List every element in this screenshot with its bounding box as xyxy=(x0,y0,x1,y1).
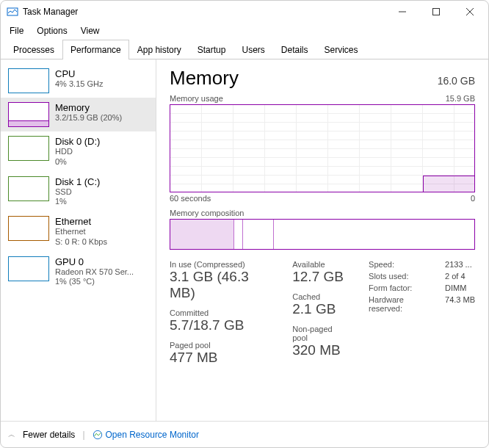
stat-cached-label: Cached xyxy=(292,292,348,301)
performance-sidebar: CPU4% 3.15 GHz Memory3.2/15.9 GB (20%) D… xyxy=(1,59,156,421)
stat-inuse-label: In use (Compressed) xyxy=(170,260,275,269)
stat-paged-value: 477 MB xyxy=(170,350,275,366)
open-resource-monitor-link[interactable]: Open Resource Monitor xyxy=(93,430,199,440)
chart-x-left: 60 seconds xyxy=(170,194,211,203)
tab-users[interactable]: Users xyxy=(233,40,272,59)
detail-slots-label: Slots used: xyxy=(369,272,436,281)
tabs: Processes Performance App history Startu… xyxy=(1,39,488,59)
sidebar-item-label: Memory xyxy=(55,102,122,113)
sidebar-item-label: Disk 0 (D:) xyxy=(55,136,100,147)
ethernet-thumb xyxy=(8,216,49,241)
main-panel: Memory 16.0 GB Memory usage 15.9 GB 60 s… xyxy=(156,59,488,421)
composition-label: Memory composition xyxy=(170,209,244,217)
disk-thumb xyxy=(8,136,49,161)
titlebar: Task Manager xyxy=(1,1,488,23)
stat-nonpaged-value: 320 MB xyxy=(292,342,348,358)
cpu-thumb xyxy=(8,68,49,93)
tab-startup[interactable]: Startup xyxy=(189,40,234,59)
chart-label-right: 15.9 GB xyxy=(446,94,475,103)
sidebar-item-sub: EthernetS: 0 R: 0 Kbps xyxy=(55,227,107,248)
sidebar-item-sub: Radeon RX 570 Ser...1% (35 °C) xyxy=(55,267,134,288)
stat-cached-value: 2.1 GB xyxy=(292,301,348,317)
stat-paged-label: Paged pool xyxy=(170,341,275,350)
stat-committed-label: Committed xyxy=(170,308,275,317)
detail-hwres-label: Hardware reserved: xyxy=(369,295,436,313)
detail-speed-label: Speed: xyxy=(369,260,436,269)
sidebar-item-disk1[interactable]: Disk 1 (C:)SSD1% xyxy=(1,172,156,212)
disk-thumb xyxy=(8,176,49,201)
tab-app-history[interactable]: App history xyxy=(129,40,189,59)
stat-nonpaged-label: Non-paged pool xyxy=(292,325,348,342)
sidebar-item-label: Ethernet xyxy=(55,216,107,227)
sidebar-item-cpu[interactable]: CPU4% 3.15 GHz xyxy=(1,64,156,98)
menu-file[interactable]: File xyxy=(4,24,29,37)
sidebar-item-sub: 3.2/15.9 GB (20%) xyxy=(55,113,122,123)
stat-inuse-value: 3.1 GB (46.3 MB) xyxy=(170,269,275,301)
stat-committed-value: 5.7/18.7 GB xyxy=(170,317,275,333)
stat-available-label: Available xyxy=(292,260,348,269)
maximize-button[interactable] xyxy=(419,1,453,23)
close-button[interactable] xyxy=(453,1,487,23)
app-icon xyxy=(7,6,18,18)
memory-thumb xyxy=(8,102,49,127)
fewer-details-button[interactable]: Fewer details xyxy=(23,430,75,440)
menubar: File Options View xyxy=(1,23,488,39)
total-capacity: 16.0 GB xyxy=(438,75,475,87)
sidebar-item-sub: HDD0% xyxy=(55,147,100,167)
detail-hwres-value: 74.3 MB xyxy=(445,295,475,313)
sidebar-item-sub: 4% 3.15 GHz xyxy=(55,79,103,90)
stat-available-value: 12.7 GB xyxy=(292,269,348,285)
memory-usage-chart[interactable] xyxy=(170,104,475,192)
memory-details: Speed:2133 ... Slots used:2 of 4 Form fa… xyxy=(369,260,475,313)
sidebar-item-memory[interactable]: Memory3.2/15.9 GB (20%) xyxy=(1,98,156,131)
sidebar-item-disk0[interactable]: Disk 0 (D:)HDD0% xyxy=(1,131,156,172)
tab-processes[interactable]: Processes xyxy=(5,40,62,59)
menu-view[interactable]: View xyxy=(75,24,106,37)
detail-form-label: Form factor: xyxy=(369,283,436,292)
footer: ︿ Fewer details | Open Resource Monitor xyxy=(1,421,488,447)
chevron-up-icon[interactable]: ︿ xyxy=(8,430,15,440)
chart-x-right: 0 xyxy=(471,194,475,203)
sidebar-item-gpu0[interactable]: GPU 0Radeon RX 570 Ser...1% (35 °C) xyxy=(1,252,156,292)
minimize-button[interactable] xyxy=(385,1,419,23)
memory-composition-chart[interactable] xyxy=(170,219,475,250)
sidebar-item-sub: SSD1% xyxy=(55,187,100,208)
page-title: Memory xyxy=(170,67,239,90)
tab-services[interactable]: Services xyxy=(316,40,366,59)
sidebar-item-ethernet[interactable]: EthernetEthernetS: 0 R: 0 Kbps xyxy=(1,212,156,252)
sidebar-item-label: Disk 1 (C:) xyxy=(55,176,100,187)
detail-slots-value: 2 of 4 xyxy=(445,272,475,281)
menu-options[interactable]: Options xyxy=(31,24,73,37)
chart-label-left: Memory usage xyxy=(170,94,223,103)
detail-form-value: DIMM xyxy=(445,283,475,292)
svg-rect-2 xyxy=(433,9,440,15)
detail-speed-value: 2133 ... xyxy=(445,260,475,269)
svg-rect-0 xyxy=(7,8,18,15)
gpu-thumb xyxy=(8,256,49,281)
tab-performance[interactable]: Performance xyxy=(62,40,129,59)
sidebar-item-label: CPU xyxy=(55,68,103,79)
resource-monitor-icon xyxy=(93,430,103,440)
open-resource-monitor-label: Open Resource Monitor xyxy=(106,430,199,440)
tab-details[interactable]: Details xyxy=(273,40,316,59)
window-title: Task Manager xyxy=(23,7,78,17)
sidebar-item-label: GPU 0 xyxy=(55,256,134,267)
